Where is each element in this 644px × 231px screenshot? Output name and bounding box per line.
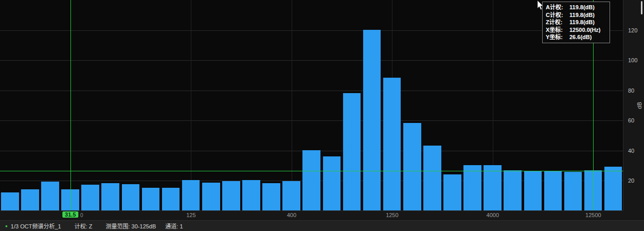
range-info: 测量范围: 30-125dB [106, 222, 156, 230]
x-axis-tick-label: 4000 [487, 212, 499, 218]
y-axis-unit-label: dB [636, 102, 642, 109]
cursor-horizontal-line[interactable] [0, 171, 623, 171]
x-axis-tick-label: 400 [287, 212, 296, 218]
x-axis-artifact-label: 0 [80, 212, 83, 218]
spectrum-bar[interactable] [142, 188, 160, 210]
y-axis-tick-label: 100 [628, 57, 637, 63]
spectrum-bar[interactable] [443, 174, 461, 210]
gridline-horizontal [0, 91, 623, 91]
spectrum-bar[interactable] [262, 183, 280, 210]
x-axis-tick-label: 12500 [585, 212, 601, 218]
spectrum-bar[interactable] [463, 165, 481, 210]
gridline-vertical [292, 0, 292, 210]
y-axis-tick-label: 80 [628, 87, 634, 94]
x-axis: 0 31.51254001250400012500 [0, 211, 623, 220]
gridline-horizontal [0, 30, 623, 31]
spectrum-bar[interactable] [101, 183, 119, 210]
tooltip-label: Z计权: [546, 19, 569, 26]
spectrum-bar[interactable] [484, 165, 502, 210]
y-axis-tick-label: 60 [628, 117, 634, 123]
y-axis-tick-label: 20 [628, 177, 634, 184]
spectrum-bar[interactable] [383, 78, 401, 210]
spectrum-bar[interactable] [504, 170, 522, 210]
spectrum-analyzer-window: 0 31.51254001250400012500 dB 20406080100… [0, 0, 644, 231]
tooltip-row: X坐标:12500.0(Hz) [546, 26, 606, 34]
x-axis-tick-label: 1250 [386, 212, 398, 218]
spectrum-bar[interactable] [604, 167, 622, 210]
tooltip-value: 119.8(dB) [569, 19, 595, 26]
tooltip-value: 119.8(dB) [569, 11, 595, 19]
tooltip-label: C计权: [546, 11, 569, 19]
channel-info: 通道: 1 [165, 222, 183, 230]
x-axis-tick-label: 125 [186, 212, 195, 218]
y-axis-tick-label: 40 [628, 148, 634, 154]
tooltip-label: Y坐标: [546, 33, 569, 41]
spectrum-bar[interactable] [343, 93, 361, 210]
spectrum-bar[interactable] [81, 185, 99, 210]
gridline-horizontal [0, 120, 623, 121]
tooltip-value: 26.6(dB) [569, 33, 592, 41]
tooltip-value: 12500.0(Hz) [569, 26, 601, 34]
spectrum-bar[interactable] [242, 180, 260, 210]
cursor-readout-tooltip: A计权:119.8(dB)C计权:119.8(dB)Z计权:119.8(dB)X… [542, 2, 610, 43]
spectrum-bar[interactable] [182, 180, 200, 210]
tooltip-row: Y坐标:26.6(dB) [546, 33, 606, 41]
spectrum-bar[interactable] [41, 182, 59, 210]
tooltip-label: X坐标: [546, 26, 569, 34]
scrollbar-thumb[interactable] [641, 1, 642, 14]
spectrum-bar[interactable] [282, 181, 300, 210]
spectrum-bar[interactable] [423, 146, 441, 210]
measurement-title: 1/3 OCT频谱分析_1 [11, 222, 61, 230]
spectrum-bar[interactable] [122, 184, 140, 210]
tooltip-value: 119.8(dB) [569, 4, 595, 11]
spectrum-bar[interactable] [363, 30, 381, 210]
gridline-horizontal [0, 60, 623, 61]
gridline-vertical [191, 0, 191, 210]
y-axis: dB 20406080100120 [623, 0, 644, 211]
spectrum-bar[interactable] [403, 123, 421, 210]
cursor-vertical-line[interactable] [70, 0, 71, 210]
spectrum-bar[interactable] [544, 171, 562, 210]
tooltip-row: C计权:119.8(dB) [546, 11, 606, 19]
spectrum-bar[interactable] [1, 192, 19, 210]
weighting-info: 计权: Z [75, 222, 93, 230]
tooltip-label: A计权: [546, 4, 569, 11]
spectrum-bar[interactable] [222, 181, 240, 210]
channel-status-icon: ● [5, 224, 8, 228]
y-axis-tick-label: 120 [628, 27, 637, 33]
plot-area[interactable] [0, 0, 623, 211]
spectrum-bar[interactable] [302, 150, 320, 210]
status-bar: ● 1/3 OCT频谱分析_1 计权: Z 测量范围: 30-125dB 通道:… [0, 220, 644, 231]
spectrum-bar[interactable] [202, 183, 220, 210]
mouse-cursor-icon [537, 1, 545, 11]
cursor-frequency-badge[interactable]: 31.5 [62, 211, 78, 218]
spectrum-bar[interactable] [524, 171, 542, 210]
spectrum-bar[interactable] [323, 156, 341, 210]
spectrum-bar[interactable] [564, 172, 582, 210]
spectrum-bar[interactable] [21, 189, 39, 210]
tooltip-row: Z计权:119.8(dB) [546, 19, 606, 26]
spectrum-bar[interactable] [162, 188, 180, 210]
tooltip-row: A计权:119.8(dB) [546, 4, 606, 11]
